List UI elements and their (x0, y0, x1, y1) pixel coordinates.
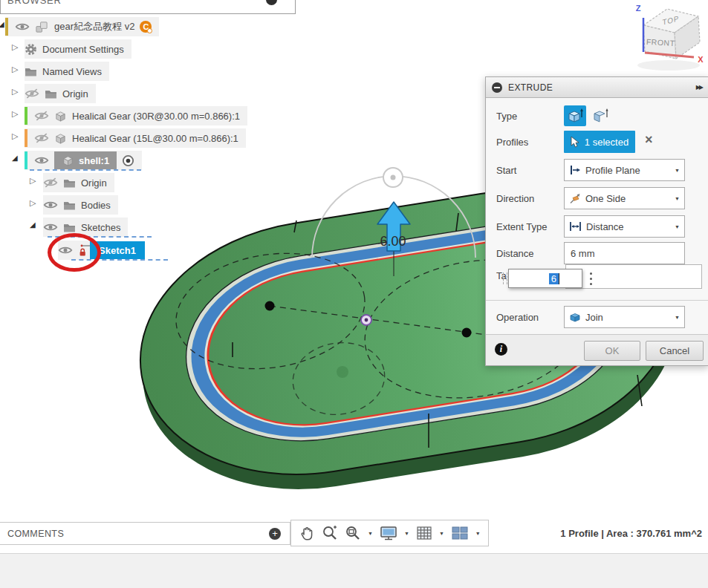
fit-view-icon[interactable] (345, 525, 361, 541)
expand-icon[interactable]: ▷ (12, 43, 18, 51)
type-solid-button[interactable] (564, 105, 586, 126)
browser-item-gear-30r[interactable]: ▷ Healical Gear (30R@30.00 m=0.866):1 (0, 105, 247, 127)
component-color-bar (25, 107, 27, 125)
drag-handle-dots-icon[interactable] (590, 272, 592, 285)
chevron-down-icon[interactable]: ▼ (439, 531, 444, 536)
gear-30r-chip[interactable]: Healical Gear (30R@30.00 m=0.866):1 (25, 106, 247, 125)
direction-dropdown[interactable]: One Side ▼ (564, 187, 685, 209)
distance-input[interactable]: 6 mm (564, 242, 685, 264)
clear-selection-icon[interactable]: × (645, 132, 653, 148)
browser-title: BROWSER (7, 0, 62, 6)
component-cube-icon (62, 154, 74, 167)
browser-item-document-root[interactable]: ◢ gear紀念品教程 v2 C (0, 16, 159, 38)
sketch-point-right[interactable] (462, 328, 472, 338)
selected-value: 6 (549, 273, 559, 284)
visibility-eye-off-icon[interactable] (43, 177, 58, 188)
profiles-selected-button[interactable]: 1 selected (564, 131, 635, 153)
expand-icon[interactable]: ◢ (12, 154, 18, 162)
component-color-bar (25, 129, 27, 147)
info-icon[interactable]: i (495, 343, 507, 356)
document-settings-chip[interactable]: Document Settings (25, 39, 131, 59)
browser-item-shell-origin[interactable]: ▷ Origin (0, 172, 114, 194)
floating-dimension-input[interactable]: 6 (508, 269, 582, 288)
type-surface-button[interactable] (589, 105, 611, 126)
pan-hand-icon[interactable] (299, 525, 315, 541)
dialog-header[interactable]: EXTRUDE ▶▶ (486, 77, 708, 98)
gear-15l-chip[interactable]: Healical Gear (15L@30.00 m=0.866):1 (25, 128, 246, 148)
navigation-toolbar: ▼ ▼ ▼ ▼ (290, 520, 489, 546)
component-icon (35, 20, 49, 34)
display-settings-icon[interactable] (380, 525, 397, 541)
browser-options-icon[interactable] (266, 0, 277, 5)
browser-item-shell[interactable]: ◢ shell:1 (0, 149, 142, 172)
visibility-eye-icon[interactable] (43, 200, 58, 210)
browser-item-gear-15l[interactable]: ▷ Healical Gear (15L@30.00 m=0.866):1 (0, 127, 246, 149)
direction-label: Direction (496, 193, 534, 204)
viewcube[interactable]: TOP FRONT Z X (617, 0, 708, 74)
expand-icon[interactable]: ▷ (12, 132, 18, 140)
expand-icon[interactable]: ▷ (12, 65, 18, 74)
annotation-red-circle (48, 233, 101, 272)
shell-chip[interactable]: shell:1 (25, 151, 142, 170)
extent-type-dropdown[interactable]: Distance ▼ (564, 215, 685, 238)
item-label: shell:1 (79, 155, 109, 166)
expand-icon[interactable]: ▷ (30, 177, 36, 185)
browser-panel-header: BROWSER (0, 0, 296, 14)
folder-icon (45, 89, 57, 99)
expand-icon[interactable]: ◢ (30, 221, 36, 229)
component-color-bar (5, 18, 8, 36)
activate-component-radio-icon[interactable] (122, 154, 134, 167)
fly-out-icon[interactable]: ▶▶ (696, 84, 702, 91)
visibility-eye-icon[interactable] (34, 155, 49, 166)
operation-row: Operation Join ▼ (486, 306, 708, 328)
sketch-point-left[interactable] (265, 301, 275, 311)
named-views-chip[interactable]: Named Views (25, 62, 109, 81)
item-label: Named Views (42, 66, 102, 77)
operation-dropdown[interactable]: Join ▼ (564, 306, 685, 328)
selection-status: 1 Profile | Area : 370.761 mm^2 (560, 522, 702, 545)
cancel-button[interactable]: Cancel (646, 341, 704, 361)
distance-extent-icon (569, 221, 582, 232)
item-label: Origin (62, 88, 88, 99)
profiles-label: Profiles (496, 137, 528, 148)
visibility-eye-off-icon[interactable] (34, 133, 49, 143)
sketch-point-center[interactable] (361, 315, 371, 325)
expand-icon[interactable]: ▷ (12, 88, 18, 96)
visibility-eye-icon[interactable] (15, 22, 30, 32)
chevron-down-icon[interactable]: ▼ (368, 531, 373, 536)
shell-selected-chip[interactable]: shell:1 (54, 151, 117, 169)
chevron-down-icon[interactable]: ▼ (475, 531, 481, 536)
rotate-manipulator-handle[interactable] (383, 168, 403, 187)
type-row: Type (486, 104, 708, 128)
edit-dashes (30, 169, 141, 171)
browser-item-bodies[interactable]: ▷ Bodies (0, 194, 118, 216)
add-comment-icon[interactable]: + (269, 528, 281, 540)
viewports-icon[interactable] (451, 525, 469, 541)
cloud-status-icon[interactable]: C (140, 21, 152, 33)
browser-item-origin[interactable]: ▷ Origin (0, 82, 96, 105)
document-root-chip[interactable]: gear紀念品教程 v2 C (5, 17, 159, 36)
divider (486, 300, 708, 301)
visibility-eye-off-icon[interactable] (25, 88, 39, 99)
visibility-eye-off-icon[interactable] (34, 111, 49, 121)
item-label: Sketches (81, 222, 120, 233)
start-dropdown[interactable]: Profile Plane ▼ (564, 159, 685, 181)
browser-item-named-views[interactable]: ▷ Named Views (0, 60, 109, 82)
ok-button[interactable]: OK (584, 341, 640, 361)
taper-angle-input[interactable] (565, 264, 702, 289)
chevron-down-icon[interactable]: ▼ (404, 531, 409, 536)
comments-bar[interactable]: COMMENTS + (0, 522, 290, 545)
grid-snap-icon[interactable] (416, 525, 432, 541)
visibility-eye-icon[interactable] (43, 222, 58, 232)
collapse-icon[interactable] (492, 82, 502, 93)
browser-item-document-settings[interactable]: ▷ Document Settings (0, 38, 131, 60)
zoom-icon[interactable] (322, 525, 338, 541)
expand-icon[interactable]: ◢ (0, 21, 4, 28)
sketches-chip[interactable]: Sketches (43, 218, 128, 237)
extrude-surface-icon (591, 107, 609, 125)
expand-icon[interactable]: ▷ (12, 110, 18, 118)
expand-icon[interactable]: ▷ (30, 199, 36, 207)
origin-chip[interactable]: Origin (25, 84, 96, 103)
bodies-chip[interactable]: Bodies (43, 195, 118, 215)
shell-origin-chip[interactable]: Origin (43, 173, 114, 192)
